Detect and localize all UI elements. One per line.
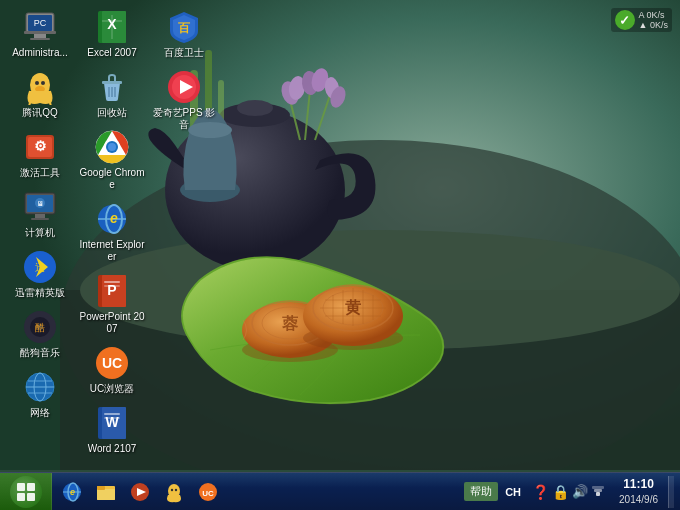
svg-text:PC: PC	[34, 18, 47, 28]
icon-ie[interactable]: e Internet Explorer	[77, 197, 147, 267]
icon-network[interactable]: 网络	[5, 365, 75, 423]
svg-text:蓉: 蓉	[282, 315, 299, 332]
svg-rect-56	[35, 214, 45, 218]
activation-label: 激活工具	[20, 167, 60, 179]
administrator-label: Administra...	[12, 47, 68, 59]
language-indicator[interactable]: ✓ A 0K/s ▲ 0K/s	[611, 8, 672, 32]
icon-pps[interactable]: 爱奇艺PPS 影音	[149, 65, 219, 135]
computer-icon: 🖥	[22, 189, 58, 225]
svg-text:迅: 迅	[35, 262, 45, 273]
svg-rect-57	[31, 218, 49, 220]
taskbar-explorer[interactable]	[90, 476, 122, 508]
ppt-label: PowerPoint 2007	[79, 311, 145, 335]
svg-point-6	[237, 100, 273, 116]
svg-rect-77	[102, 81, 122, 84]
svg-point-49	[41, 81, 45, 85]
svg-rect-40	[24, 31, 56, 34]
pps-label: 爱奇艺PPS 影音	[151, 107, 217, 131]
svg-rect-127	[592, 486, 604, 489]
svg-point-122	[175, 488, 177, 490]
svg-text:e: e	[110, 210, 118, 226]
svg-text:e: e	[70, 487, 75, 497]
tray-network-icon[interactable]	[591, 483, 605, 500]
svg-rect-101	[104, 417, 120, 419]
input-method-indicator[interactable]: CH	[502, 486, 524, 498]
svg-point-121	[171, 488, 173, 490]
taskbar-right: 帮助 CH ❓ 🔒 🔊	[458, 473, 680, 510]
qq-icon	[22, 69, 58, 105]
recycle-icon	[94, 69, 130, 105]
pps-icon	[166, 69, 202, 105]
svg-text:W: W	[105, 414, 119, 430]
icon-uc[interactable]: UC UC浏览器	[77, 341, 147, 399]
svg-rect-109	[17, 493, 25, 501]
kugou-icon: 酷	[22, 309, 58, 345]
svg-text:🖥: 🖥	[37, 200, 44, 207]
recycle-label: 回收站	[97, 107, 127, 119]
ie-label: Internet Explorer	[79, 239, 145, 263]
icon-administrator[interactable]: PC Administra...	[5, 5, 75, 63]
icon-computer[interactable]: 🖥 计算机	[5, 185, 75, 243]
svg-rect-116	[97, 489, 115, 500]
show-desktop-button[interactable]	[668, 476, 674, 508]
chrome-icon	[94, 129, 130, 165]
svg-rect-100	[104, 413, 120, 415]
activation-icon: ⚙	[22, 129, 58, 165]
word-label: Word 2107	[88, 443, 137, 455]
svg-rect-126	[594, 489, 602, 492]
baidu-guard-label: 百度卫士	[164, 47, 204, 59]
excel-label: Excel 2007	[87, 47, 136, 59]
system-tray: ❓ 🔒 🔊	[528, 483, 609, 500]
taskbar-ie[interactable]: e	[56, 476, 88, 508]
taskbar: e	[0, 472, 680, 510]
administrator-icon: PC	[22, 9, 58, 45]
tray-help-icon[interactable]: ❓	[532, 484, 549, 500]
svg-text:酷: 酷	[35, 322, 45, 333]
ppt-icon: P	[94, 273, 130, 309]
svg-rect-125	[596, 492, 600, 496]
xunlei-label: 迅雷精英版	[15, 287, 65, 299]
svg-rect-42	[30, 38, 50, 40]
svg-point-48	[35, 81, 39, 85]
word-icon: W	[94, 405, 130, 441]
svg-rect-110	[27, 493, 35, 501]
tray-volume-icon[interactable]: 🔊	[572, 484, 588, 499]
help-button[interactable]: 帮助	[464, 482, 498, 501]
tray-security-icon[interactable]: 🔒	[552, 484, 569, 500]
svg-rect-117	[97, 486, 105, 490]
icon-activation-tool[interactable]: ⚙ 激活工具	[5, 125, 75, 183]
svg-text:UC: UC	[102, 355, 122, 371]
icon-excel[interactable]: X Excel 2007	[77, 5, 147, 63]
svg-text:百: 百	[178, 21, 191, 35]
start-button[interactable]	[0, 473, 52, 511]
icon-baidu-guard[interactable]: 百 百度卫士	[149, 5, 219, 63]
network-label: 网络	[30, 407, 50, 419]
svg-rect-108	[27, 483, 35, 491]
icon-chrome[interactable]: Google Chrome	[77, 125, 147, 195]
taskbar-media[interactable]	[124, 476, 156, 508]
clock-date: 2014/9/6	[619, 493, 658, 506]
svg-rect-94	[104, 285, 120, 287]
svg-rect-93	[104, 281, 120, 283]
icon-recycle[interactable]: 回收站	[77, 65, 147, 123]
desktop-icons-area: PC Administra... 腾讯QQ	[5, 5, 135, 465]
svg-text:黄: 黄	[345, 299, 362, 316]
clock-time: 11:10	[623, 477, 654, 493]
svg-text:P: P	[107, 282, 116, 298]
svg-text:⚙: ⚙	[34, 138, 47, 154]
icon-qq[interactable]: 腾讯QQ	[5, 65, 75, 123]
network-icon	[22, 369, 58, 405]
taskbar-uc[interactable]: UC	[192, 476, 224, 508]
icon-word[interactable]: W Word 2107	[77, 401, 147, 459]
chrome-label: Google Chrome	[79, 167, 145, 191]
icon-ppt[interactable]: P PowerPoint 2007	[77, 269, 147, 339]
computer-label: 计算机	[25, 227, 55, 239]
taskbar-qq[interactable]	[158, 476, 190, 508]
icon-kugou[interactable]: 酷 酷狗音乐	[5, 305, 75, 363]
excel-icon: X	[94, 9, 130, 45]
icon-xunlei[interactable]: 迅 迅雷精英版	[5, 245, 75, 303]
qq-label: 腾讯QQ	[22, 107, 58, 119]
clock[interactable]: 11:10 2014/9/6	[613, 477, 664, 506]
lang-check-icon: ✓	[615, 10, 635, 30]
xunlei-icon: 迅	[22, 249, 58, 285]
